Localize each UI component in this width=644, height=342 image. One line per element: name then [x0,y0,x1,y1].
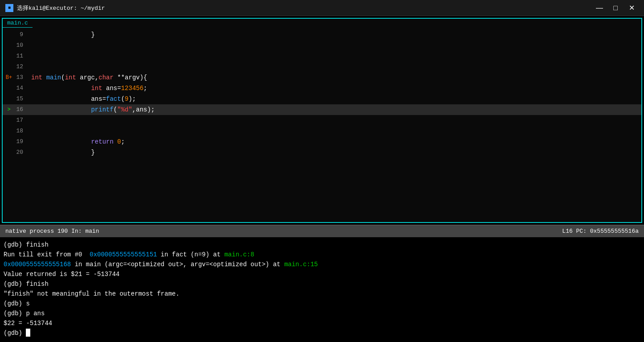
maximize-button[interactable]: □ [608,2,623,14]
editor-tab[interactable]: main.c [3,19,33,28]
term-line-9: $22 = -513744 [4,318,640,328]
code-editor: main.c 9 } 10 [2,18,642,223]
code-line-13: B+ 13 int main(int argc,char **argv){ [3,72,641,83]
current-line-arrow: > [4,104,13,115]
code-line-17: 17 [3,115,641,126]
line-code-14: int ans=123456; [31,83,640,94]
status-bar: native process 190 In: main L16 PC: 0x55… [0,225,644,237]
titlebar-left: ■ 选择kali@Executor: ~/mydir [5,4,105,12]
breakpoint-marker-13: B+ [4,72,13,83]
term-line-8: (gdb) p ans [4,309,640,318]
term-line-2: Run till exit from #0 0x0000555555555151… [4,250,640,260]
main-container: main.c 9 } 10 [0,16,644,342]
term-line-5: (gdb) finish [4,279,640,289]
status-right: L16 PC: 0x55555555516a [562,228,639,235]
code-line-20: 20 } [3,147,641,158]
titlebar: ■ 选择kali@Executor: ~/mydir — □ ✕ [0,0,644,16]
close-button[interactable]: ✕ [624,2,639,14]
line-marker-9 [4,29,13,40]
terminal-icon: ■ [5,4,13,12]
window-title: 选择kali@Executor: ~/mydir [17,4,105,12]
term-line-10: (gdb) [4,328,640,338]
code-line-11: 11 [3,51,641,62]
window-controls: — □ ✕ [592,2,639,14]
line-code-19: return 0; [31,136,640,147]
code-line-14: 14 int ans=123456; [3,83,641,94]
code-line-10: 10 [3,40,641,51]
code-line-15: 15 ans=fact(9); [3,94,641,104]
line-code-20: } [31,147,640,158]
code-line-16: > 16 printf("%d",ans); [3,104,641,115]
line-code-13: int main(int argc,char **argv){ [31,72,640,83]
line-code-15: ans=fact(9); [31,94,640,104]
code-line-19: 19 return 0; [3,136,641,147]
code-line-9: 9 } [3,29,641,40]
term-line-7: (gdb) s [4,299,640,309]
code-line-18: 18 [3,126,641,136]
line-code-9: } [31,29,640,40]
term-line-4: Value returned is $21 = -513744 [4,269,640,279]
term-line-1: (gdb) finish [4,240,640,250]
code-content: 9 } 10 11 [3,28,641,160]
terminal-cursor [26,329,30,337]
minimize-button[interactable]: — [592,2,607,14]
code-line-12: 12 [3,62,641,72]
term-line-3: 0x0000555555555168 in main (argc=<optimi… [4,260,640,269]
terminal[interactable]: (gdb) finish Run till exit from #0 0x000… [0,237,644,342]
status-left: native process 190 In: main [5,228,99,235]
line-code-16: printf("%d",ans); [31,104,640,115]
term-line-6: "finish" not meaningful in the outermost… [4,289,640,299]
